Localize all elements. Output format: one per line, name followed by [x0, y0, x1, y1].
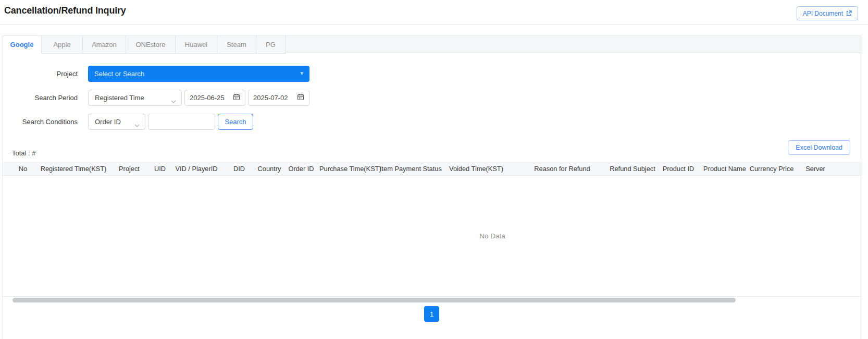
tab-onestore[interactable]: ONEstore: [126, 36, 176, 54]
tab-panel: GoogleAppleAmazonONEstoreHuaweiSteamPG P…: [2, 35, 861, 339]
column-header: Registered Time(KST): [38, 165, 109, 173]
chevron-down-icon: [171, 97, 176, 105]
table-body: No Data: [3, 176, 861, 297]
column-header: Reason for Refund: [515, 165, 609, 173]
column-header: Product ID: [656, 165, 701, 173]
column-header: Item Payment Status: [380, 165, 437, 173]
column-header: Project: [109, 165, 150, 173]
search-conditions-row: Search Conditions Order ID Search: [3, 114, 861, 130]
tab-amazon[interactable]: Amazon: [83, 36, 126, 54]
column-header: DID: [222, 165, 256, 173]
tab-strip: GoogleAppleAmazonONEstoreHuaweiSteamPG: [3, 35, 861, 53]
horizontal-scrollbar-thumb[interactable]: [13, 298, 736, 302]
results-table: NoRegistered Time(KST)ProjectUIDVID / Pl…: [3, 162, 861, 297]
period-type-select[interactable]: Registered Time: [88, 90, 182, 106]
api-document-label: API Document: [803, 10, 843, 17]
tab-steam[interactable]: Steam: [217, 36, 256, 54]
tab-strip-filler: [286, 36, 861, 53]
tab-google[interactable]: Google: [3, 36, 42, 54]
search-button[interactable]: Search: [218, 114, 253, 130]
column-header: UID: [150, 165, 170, 173]
tab-huawei[interactable]: Huawei: [176, 36, 217, 54]
column-header: Server: [795, 165, 836, 173]
search-period-row: Search Period Registered Time 2025-06-25…: [3, 90, 861, 106]
project-label: Project: [3, 66, 78, 82]
column-header: Voided Time(KST): [437, 165, 515, 173]
column-header: No: [8, 165, 38, 173]
calendar-icon[interactable]: [297, 93, 304, 102]
title-divider: [0, 25, 868, 25]
condition-field-value: Order ID: [95, 118, 121, 126]
external-link-icon: [846, 10, 852, 16]
chevron-down-icon: [134, 121, 140, 129]
date-to-value: 2025-07-02: [253, 94, 288, 102]
pagination-page-1[interactable]: 1: [424, 306, 439, 322]
table-header-row: NoRegistered Time(KST)ProjectUIDVID / Pl…: [3, 162, 861, 176]
project-row: Project Select or Search ▾: [3, 66, 861, 82]
total-count: Total : #: [12, 149, 36, 157]
project-select[interactable]: Select or Search ▾: [88, 66, 309, 82]
search-conditions-label: Search Conditions: [3, 114, 78, 130]
excel-download-button[interactable]: Excel Download: [788, 140, 850, 155]
column-header: Country: [256, 165, 283, 173]
column-header: VID / PlayerID: [170, 165, 222, 173]
calendar-icon[interactable]: [233, 93, 240, 102]
condition-value-input[interactable]: [148, 114, 215, 130]
column-header: Currency Price: [749, 165, 795, 173]
api-document-button[interactable]: API Document: [797, 6, 858, 20]
search-period-label: Search Period: [3, 90, 78, 106]
condition-field-select[interactable]: Order ID: [88, 114, 145, 130]
date-to-field[interactable]: 2025-07-02: [248, 90, 309, 106]
no-data-text: No Data: [479, 232, 505, 240]
period-type-value: Registered Time: [95, 94, 144, 102]
column-header: Purchase Time(KST): [319, 165, 380, 173]
column-header: Order ID: [283, 165, 319, 173]
tab-apple[interactable]: Apple: [42, 36, 83, 54]
date-from-field[interactable]: 2025-06-25: [184, 90, 245, 106]
project-select-placeholder: Select or Search: [94, 70, 144, 78]
chevron-down-icon: ▾: [300, 70, 303, 77]
column-header: Refund Subject: [609, 165, 656, 173]
pagination: 1: [3, 306, 861, 322]
column-header: Product Name: [701, 165, 749, 173]
page-title: Cancellation/Refund Inquiry: [4, 5, 126, 16]
date-from-value: 2025-06-25: [190, 94, 225, 102]
tab-pg[interactable]: PG: [256, 36, 286, 54]
